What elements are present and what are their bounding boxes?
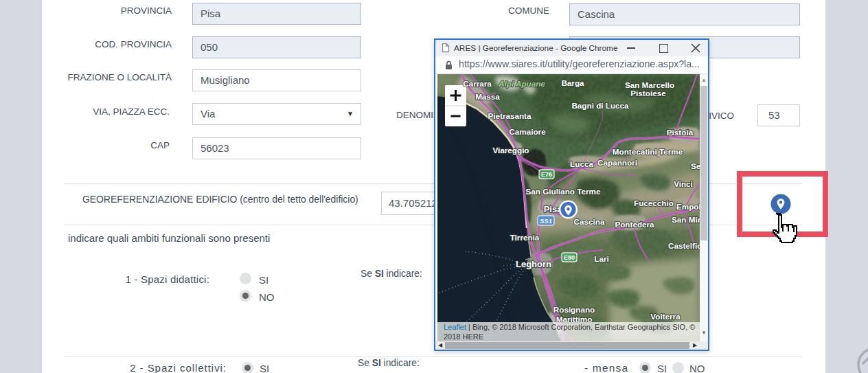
svg-text:Pistoia: Pistoia bbox=[667, 128, 694, 137]
svg-text:Castelfiore: Castelfiore bbox=[668, 241, 700, 250]
svg-text:Lucca: Lucca bbox=[570, 159, 593, 168]
svg-text:Barga: Barga bbox=[561, 78, 584, 87]
svg-text:Alpi Apuane: Alpi Apuane bbox=[498, 79, 545, 88]
svg-text:San Mini: San Mini bbox=[672, 215, 700, 224]
svg-text:Lari: Lari bbox=[594, 254, 608, 263]
svg-text:Fucecchio: Fucecchio bbox=[634, 199, 674, 207]
svg-text:Bagni di Lucca: Bagni di Lucca bbox=[571, 101, 629, 110]
svg-text:SS1: SS1 bbox=[540, 217, 552, 225]
svg-text:Rosignano: Rosignano bbox=[553, 305, 595, 314]
svg-text:Capannori: Capannori bbox=[597, 158, 637, 167]
svg-text:Massa: Massa bbox=[475, 92, 500, 101]
svg-text:Tirrenia: Tirrenia bbox=[510, 233, 540, 242]
svg-text:Carrara: Carrara bbox=[463, 79, 492, 88]
svg-text:Viareggio: Viareggio bbox=[492, 146, 529, 155]
svg-text:Se: Se bbox=[691, 161, 700, 170]
svg-text:E76: E76 bbox=[541, 171, 552, 178]
svg-text:Montecatini Terme: Montecatini Terme bbox=[613, 147, 683, 156]
svg-text:Pietrasanta: Pietrasanta bbox=[488, 111, 532, 120]
svg-text:Pontedera: Pontedera bbox=[615, 220, 654, 229]
svg-text:2018 HERE: 2018 HERE bbox=[444, 332, 483, 341]
svg-text:Leghorn: Leghorn bbox=[516, 259, 551, 269]
svg-text:Camaiore: Camaiore bbox=[509, 127, 546, 136]
svg-text:Empoli: Empoli bbox=[676, 202, 700, 211]
svg-text:Vinci: Vinci bbox=[674, 179, 693, 188]
svg-text:San Giuliano Terme: San Giuliano Terme bbox=[526, 187, 601, 196]
svg-text:Leaflet | Bing, © 2018 Microso: Leaflet | Bing, © 2018 Microsoft Corpora… bbox=[444, 323, 695, 331]
svg-text:Pistoiese: Pistoiese bbox=[630, 89, 666, 98]
svg-text:Cascina: Cascina bbox=[574, 217, 605, 226]
svg-text:E80: E80 bbox=[564, 254, 575, 261]
svg-text:Volterra: Volterra bbox=[650, 312, 681, 321]
